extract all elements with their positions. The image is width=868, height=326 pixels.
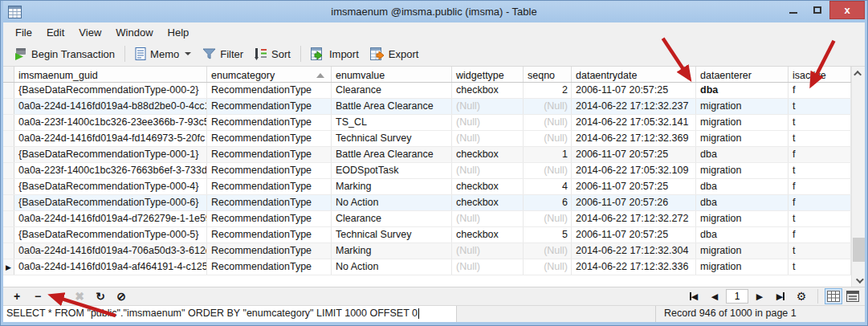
table-row[interactable]: 0a0a-223f-1400c1bc326-23ee366b-7-93c5Rec… xyxy=(3,115,851,131)
cell-seqno[interactable]: 2 xyxy=(524,83,572,98)
cell-imsmaenum_guid[interactable]: {BaseDataRecommendationType-000-5} xyxy=(14,227,207,242)
table-row[interactable]: ▶0a0a-224d-1416fd019a4-af464191-4-c125Re… xyxy=(3,259,851,275)
cell-widgettype[interactable]: (Null) xyxy=(452,99,524,114)
cell-dataentrydate[interactable]: 2006-11-07 20:57:26 xyxy=(572,195,696,210)
delete-record-button[interactable]: − xyxy=(27,288,48,304)
cell-enumcategory[interactable]: RecommendationType xyxy=(207,179,332,194)
cell-imsmaenum_guid[interactable]: 0a0a-224d-1416fd019a4-af464191-4-c125 xyxy=(14,259,207,275)
cell-dataenterer[interactable]: migration xyxy=(696,243,789,259)
column-header-isactive[interactable]: isactive xyxy=(789,67,851,82)
import-button[interactable]: Import xyxy=(305,44,365,63)
refresh-button[interactable]: ↻ xyxy=(90,288,111,304)
cell-enumcategory[interactable]: RecommendationType xyxy=(207,227,332,242)
add-record-button[interactable]: + xyxy=(6,288,27,304)
memo-button[interactable]: Memo xyxy=(129,44,197,63)
cell-widgettype[interactable]: (Null) xyxy=(452,259,524,275)
cell-widgettype[interactable]: checkbox xyxy=(452,147,524,162)
cell-dataentrydate[interactable]: 2014-06-22 17:12:32.272 xyxy=(572,211,696,226)
scrollbar-thumb[interactable] xyxy=(853,238,865,262)
cell-dataentrydate[interactable]: 2014-06-22 17:12:32.237 xyxy=(572,99,696,114)
last-page-button[interactable]: ▶ xyxy=(771,288,790,304)
minimize-icon[interactable] xyxy=(781,1,805,19)
cell-seqno[interactable]: (Null) xyxy=(524,131,572,146)
menu-window[interactable]: Window xyxy=(108,24,160,41)
maximize-icon[interactable] xyxy=(805,1,829,19)
cell-enumvalue[interactable]: Technical Survey xyxy=(332,131,452,146)
cell-enumvalue[interactable]: Battle Area Clearance xyxy=(332,147,452,162)
cell-imsmaenum_guid[interactable]: {BaseDataRecommendationType-000-2} xyxy=(14,83,207,98)
cell-enumcategory[interactable]: RecommendationType xyxy=(207,99,332,114)
scroll-up-icon[interactable] xyxy=(852,67,865,79)
cell-enumvalue[interactable]: Clearance xyxy=(332,211,452,226)
cell-dataentrydate[interactable]: 2014-06-22 17:05:32.141 xyxy=(572,115,696,130)
cell-widgettype[interactable]: checkbox xyxy=(452,195,524,210)
cell-widgettype[interactable]: (Null) xyxy=(452,163,524,178)
export-button[interactable]: Export xyxy=(365,44,425,63)
cell-enumcategory[interactable]: RecommendationType xyxy=(207,83,332,98)
filter-button[interactable]: Filter xyxy=(197,44,249,63)
cell-widgettype[interactable]: (Null) xyxy=(452,243,524,259)
cell-dataentrydate[interactable]: 2006-11-07 20:57:25 xyxy=(572,147,696,162)
cell-enumvalue[interactable]: EODSpotTask xyxy=(332,163,452,178)
cell-seqno[interactable]: 1 xyxy=(524,147,572,162)
first-page-button[interactable]: ◀ xyxy=(684,288,703,304)
cell-isactive[interactable]: f xyxy=(789,83,851,98)
table-row[interactable]: 0a0a-224d-1416fd019a4-d726279e-1-1e59Rec… xyxy=(3,211,851,227)
cell-seqno[interactable]: 5 xyxy=(524,227,572,242)
sql-query-bar[interactable]: SELECT * FROM "public"."imsmaenum" ORDER… xyxy=(3,306,457,322)
cell-dataenterer[interactable]: dba xyxy=(696,195,789,210)
cell-enumcategory[interactable]: RecommendationType xyxy=(207,211,332,226)
cell-isactive[interactable]: f xyxy=(789,227,851,242)
cell-dataentrydate[interactable]: 2006-11-07 20:57:25 xyxy=(572,179,696,194)
sort-button[interactable]: Sort xyxy=(249,44,296,63)
stop-button[interactable]: ⊘ xyxy=(111,288,132,304)
cell-enumvalue[interactable]: Battle Area Clearance xyxy=(332,99,452,114)
cell-seqno[interactable]: (Null) xyxy=(524,243,572,259)
cell-enumvalue[interactable]: Technical Survey xyxy=(332,227,452,242)
cell-dataentrydate[interactable]: 2014-06-22 17:12:32.304 xyxy=(572,243,696,259)
table-row[interactable]: {BaseDataRecommendationType-000-5}Recomm… xyxy=(3,227,851,243)
cell-dataenterer[interactable]: migration xyxy=(696,99,789,114)
cell-imsmaenum_guid[interactable]: {BaseDataRecommendationType-000-6} xyxy=(14,195,207,210)
cell-dataenterer[interactable]: migration xyxy=(696,211,789,226)
cell-enumvalue[interactable]: Marking xyxy=(332,243,452,259)
cell-seqno[interactable]: (Null) xyxy=(524,211,572,226)
menu-file[interactable]: File xyxy=(8,24,39,41)
table-row[interactable]: 0a0a-223f-1400c1bc326-7663b6ef-3-733dRec… xyxy=(3,163,851,179)
table-row[interactable]: {BaseDataRecommendationType-000-4}Recomm… xyxy=(3,179,851,195)
cell-dataenterer[interactable]: migration xyxy=(696,115,789,130)
cell-isactive[interactable]: t xyxy=(789,243,851,259)
page-settings-gear-icon[interactable]: ⚙ xyxy=(792,288,811,304)
vertical-scrollbar[interactable] xyxy=(851,67,865,287)
cell-imsmaenum_guid[interactable]: 0a0a-223f-1400c1bc326-23ee366b-7-93c5 xyxy=(14,115,207,130)
cell-isactive[interactable]: t xyxy=(789,99,851,114)
next-page-button[interactable]: ▶ xyxy=(750,288,769,304)
column-header-seqno[interactable]: seqno xyxy=(524,67,572,82)
table-row[interactable]: {BaseDataRecommendationType-000-1}Recomm… xyxy=(3,147,851,163)
cell-enumcategory[interactable]: RecommendationType xyxy=(207,195,332,210)
cell-dataentrydate[interactable]: 2006-11-07 20:57:25 xyxy=(572,83,696,98)
cell-isactive[interactable]: f xyxy=(789,147,851,162)
cell-imsmaenum_guid[interactable]: 0a0a-224d-1416fd019a4-b88d2be0-0-4cc1 xyxy=(14,99,207,114)
cell-dataenterer[interactable]: dba xyxy=(696,83,789,98)
cell-dataenterer[interactable]: migration xyxy=(696,131,789,146)
column-header-imsmaenum_guid[interactable]: imsmaenum_guid xyxy=(14,67,207,82)
table-row[interactable]: 0a0a-224d-1416fd019a4-b88d2be0-0-4cc1Rec… xyxy=(3,99,851,115)
cell-widgettype[interactable]: checkbox xyxy=(452,83,524,98)
scroll-down-icon[interactable] xyxy=(852,274,865,287)
cell-imsmaenum_guid[interactable]: 0a0a-223f-1400c1bc326-7663b6ef-3-733d xyxy=(14,163,207,178)
cell-enumvalue[interactable]: Clearance xyxy=(332,83,452,98)
cell-dataentrydate[interactable]: 2006-11-07 20:57:25 xyxy=(572,227,696,242)
column-header-widgettype[interactable]: widgettype xyxy=(452,67,524,82)
cell-enumcategory[interactable]: RecommendationType xyxy=(207,147,332,162)
column-header-dataentrydate[interactable]: dataentrydate xyxy=(572,67,696,82)
cell-seqno[interactable]: (Null) xyxy=(524,115,572,130)
cell-enumvalue[interactable]: No Action xyxy=(332,259,452,275)
cell-widgettype[interactable]: checkbox xyxy=(452,179,524,194)
column-header-dataenterer[interactable]: dataenterer xyxy=(696,67,789,82)
previous-page-button[interactable]: ◀ xyxy=(705,288,724,304)
column-header-enumcategory[interactable]: enumcategory xyxy=(207,67,332,82)
cell-imsmaenum_guid[interactable]: {BaseDataRecommendationType-000-4} xyxy=(14,179,207,194)
cell-enumcategory[interactable]: RecommendationType xyxy=(207,259,332,275)
menu-edit[interactable]: Edit xyxy=(39,24,71,41)
